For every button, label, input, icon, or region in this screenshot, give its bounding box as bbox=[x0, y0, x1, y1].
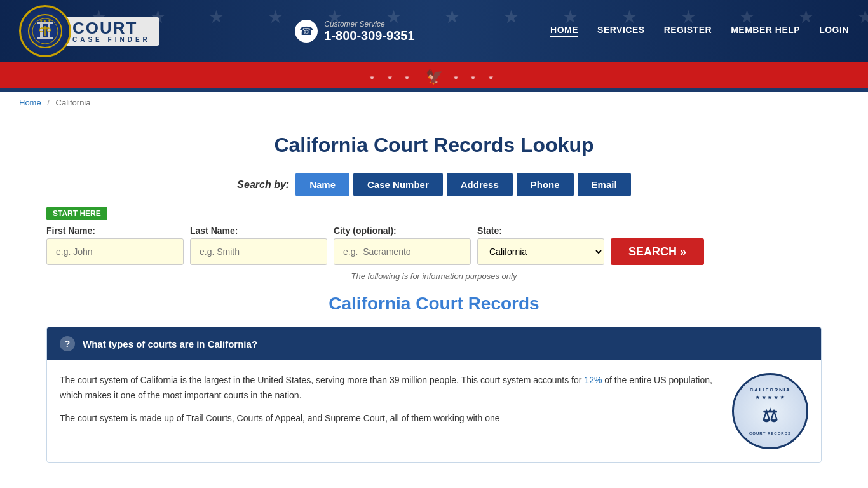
city-input[interactable] bbox=[334, 238, 471, 265]
start-here-badge: START HERE bbox=[46, 207, 107, 220]
faq-question-icon: ? bbox=[60, 336, 75, 351]
nav-services[interactable]: SERVICES bbox=[597, 25, 645, 37]
page-title: California Court Records Lookup bbox=[46, 133, 822, 157]
highlight-percent: 12% bbox=[584, 375, 602, 385]
nav-login[interactable]: LOGIN bbox=[819, 25, 849, 37]
breadcrumb-separator: / bbox=[47, 98, 50, 107]
nav-register[interactable]: REGISTER bbox=[664, 25, 712, 37]
breadcrumb-current: California bbox=[56, 98, 91, 107]
logo[interactable]: ★ ★ ★ COURT CASE FINDER bbox=[19, 5, 159, 57]
tab-email[interactable]: Email bbox=[578, 173, 631, 196]
eagle-icon: 🦅 bbox=[426, 69, 443, 85]
faq-para-1: The court system of California is the la… bbox=[60, 373, 719, 403]
svg-text:★ ★ ★: ★ ★ ★ bbox=[39, 19, 51, 23]
logo-court-text: COURT bbox=[72, 20, 151, 36]
breadcrumb-home[interactable]: Home bbox=[19, 98, 41, 107]
search-form: First Name: Last Name: City (optional): … bbox=[46, 226, 822, 265]
last-name-group: Last Name: bbox=[190, 226, 327, 265]
state-select[interactable]: AlabamaAlaskaArizonaArkansas CaliforniaC… bbox=[477, 238, 604, 265]
search-button[interactable]: SEARCH » bbox=[611, 238, 704, 265]
cs-phone: 1-800-309-9351 bbox=[324, 29, 414, 43]
search-by-label: Search by: bbox=[237, 179, 289, 191]
tab-phone[interactable]: Phone bbox=[517, 173, 574, 196]
logo-finder-text: CASE FINDER bbox=[72, 36, 151, 43]
main-nav: HOME SERVICES REGISTER MEMBER HELP LOGIN bbox=[550, 25, 849, 37]
nav-home[interactable]: HOME bbox=[550, 25, 578, 37]
nav-member-help[interactable]: MEMBER HELP bbox=[731, 25, 800, 37]
section-heading: California Court Records bbox=[46, 294, 822, 314]
faq-header[interactable]: ? What types of courts are in California… bbox=[47, 327, 821, 360]
header-eagle-row: ★ ★ ★ 🦅 ★ ★ ★ bbox=[0, 67, 868, 88]
city-group: City (optional): bbox=[334, 226, 471, 265]
tab-address[interactable]: Address bbox=[447, 173, 513, 196]
info-note: The following is for information purpose… bbox=[46, 271, 822, 281]
faq-body: The court system of California is the la… bbox=[47, 360, 821, 462]
state-group: State: AlabamaAlaskaArizonaArkansas Cali… bbox=[477, 226, 604, 265]
search-by-row: Search by: Name Case Number Address Phon… bbox=[46, 173, 822, 196]
tab-case-number[interactable]: Case Number bbox=[353, 173, 443, 196]
svg-rect-2 bbox=[40, 24, 43, 37]
faq-item: ? What types of courts are in California… bbox=[46, 327, 822, 463]
svg-rect-5 bbox=[37, 37, 53, 39]
state-label: State: bbox=[477, 226, 604, 236]
tab-name[interactable]: Name bbox=[295, 173, 349, 196]
first-name-group: First Name: bbox=[46, 226, 184, 265]
cs-label: Customer Service bbox=[324, 20, 414, 29]
star-right: ★ ★ ★ bbox=[453, 74, 499, 81]
phone-icon: ☎ bbox=[295, 20, 318, 43]
first-name-input[interactable] bbox=[46, 238, 184, 265]
last-name-input[interactable] bbox=[190, 238, 327, 265]
breadcrumb: Home / California bbox=[0, 92, 868, 114]
customer-service: ☎ Customer Service 1-800-309-9351 bbox=[295, 20, 414, 43]
last-name-label: Last Name: bbox=[190, 226, 327, 236]
logo-emblem: ★ ★ ★ bbox=[19, 5, 71, 57]
faq-para-2: The court system is made up of Trail Cou… bbox=[60, 411, 719, 426]
svg-rect-3 bbox=[48, 24, 50, 37]
faq-question-text: What types of courts are in California? bbox=[83, 339, 257, 349]
faq-text: The court system of California is the la… bbox=[60, 373, 719, 426]
city-label: City (optional): bbox=[334, 226, 471, 236]
california-seal: CALIFORNIA ★ ★ ★ ★ ★ ⚖ COURT RECORDS bbox=[732, 373, 808, 449]
first-name-label: First Name: bbox=[46, 226, 184, 236]
star-left: ★ ★ ★ bbox=[369, 74, 416, 81]
